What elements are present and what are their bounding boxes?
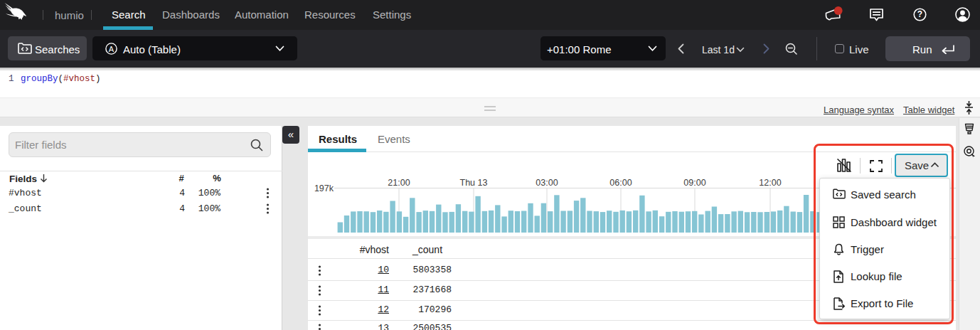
- svg-text:21:00: 21:00: [388, 178, 410, 188]
- svg-text:Thu 13: Thu 13: [460, 178, 488, 188]
- svg-text:03:00: 03:00: [536, 178, 558, 188]
- svg-text:06:00: 06:00: [609, 178, 632, 188]
- svg-text:197k: 197k: [314, 183, 334, 193]
- svg-text:09:00: 09:00: [683, 178, 705, 188]
- svg-text:12:00: 12:00: [759, 178, 781, 188]
